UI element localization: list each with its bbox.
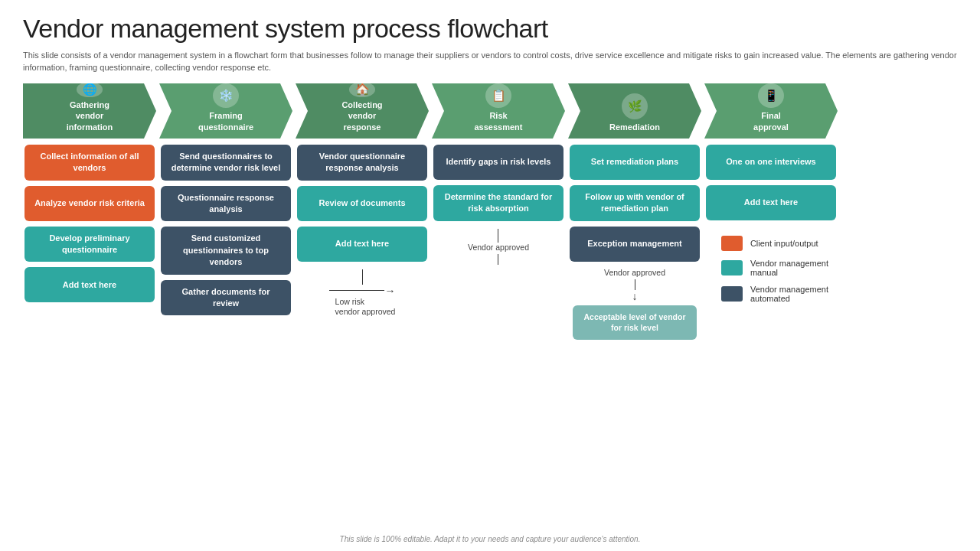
vendor-approved-rem-section: Vendor approved ↓ Acceptable level of ve…: [573, 268, 697, 340]
arrow-down-icon: ↓: [632, 290, 638, 302]
boxes-remediation: Set remediation plans Follow up with ven…: [570, 145, 700, 262]
legend-manual: Vendor managementmanual: [721, 259, 828, 277]
icon-final: 📱: [758, 83, 784, 108]
subtitle-text: This slide consists of a vendor manageme…: [23, 50, 957, 74]
legend: Client input/output Vendor managementman…: [721, 236, 828, 303]
box-send-quest: Send questionnaires to determine vendor …: [161, 145, 291, 181]
chevron-label-framing: Framingquestionnaire: [192, 110, 260, 132]
box-add-text-2: Add text here: [297, 227, 427, 262]
boxes-risk: Identify gaps in risk levels Determine t…: [433, 145, 564, 221]
arrow-right-icon: →: [384, 285, 395, 297]
chevron-collecting: 🏠 Collectingvendorresponse: [296, 83, 429, 139]
line-down-rem: [635, 279, 635, 290]
box-follow-up: Follow up with vendor of remediation pla…: [570, 185, 700, 221]
legend-box-manual: [721, 260, 743, 276]
column-framing: ❄️ Framingquestionnaire Send questionnai…: [159, 83, 292, 316]
box-set-remediation: Set remediation plans: [570, 145, 700, 180]
boxes-framing: Send questionnaires to determine vendor …: [161, 145, 291, 316]
box-send-custom: Send customized questionnaires to top ve…: [161, 227, 291, 274]
chevron-risk: 📋 Riskassessment: [432, 83, 565, 139]
box-quest-response: Questionnaire response analysis: [161, 186, 291, 222]
box-vendor-quest-analysis: Vendor questionnaire response analysis: [297, 145, 427, 181]
chevron-framing: ❄️ Framingquestionnaire: [159, 83, 292, 139]
legend-label-automated: Vendor managementautomated: [750, 285, 828, 303]
vendor-approved-risk-label: Vendor approved: [468, 243, 529, 253]
legend-box-client: [721, 236, 743, 251]
box-determine-standard: Determine the standard for risk absorpti…: [433, 185, 564, 221]
box-analyze-vendor: Analyze vendor risk criteria: [24, 186, 155, 221]
box-develop-prelim: Develop preliminary questionnaire: [24, 227, 155, 262]
chevron-label-risk: Riskassessment: [469, 110, 529, 132]
boxes-final: One on one interviews Add text here: [706, 145, 836, 220]
column-risk: 📋 Riskassessment Identify gaps in risk l…: [432, 83, 565, 265]
line-down-risk-2: [498, 254, 498, 265]
chevron-final: 📱 Finalapproval: [704, 83, 838, 139]
icon-remediation: 🌿: [622, 93, 648, 119]
box-add-text-1: Add text here: [24, 267, 155, 302]
box-add-text-3: Add text here: [706, 185, 836, 220]
box-exception: Exception management: [570, 227, 700, 262]
footer-text: This slide is 100% editable. Adapt it to…: [0, 535, 980, 543]
chevron-gathering: 🌐 Gatheringvendorinformation: [23, 83, 156, 139]
column-final: 📱 Finalapproval One on one interviews Ad…: [704, 83, 838, 303]
boxes-collecting: Vendor questionnaire response analysis R…: [297, 145, 427, 262]
icon-collecting: 🏠: [349, 82, 375, 97]
box-one-on-one: One on one interviews: [706, 145, 836, 180]
box-gather-docs: Gather documents for review: [161, 280, 291, 316]
chevron-label-gathering: Gatheringvendorinformation: [60, 99, 119, 132]
icon-framing: ❄️: [213, 83, 239, 108]
low-risk-section: → Low riskvendor approved: [329, 269, 396, 318]
line-low-risk: [329, 290, 385, 291]
legend-label-manual: Vendor managementmanual: [750, 259, 828, 277]
chevron-label-final: Finalapproval: [747, 110, 795, 132]
arrow-low-risk: →: [329, 285, 396, 297]
column-collecting: 🏠 Collectingvendorresponse Vendor questi…: [296, 83, 429, 318]
slide: Vendor management system process flowcha…: [0, 0, 980, 551]
chevron-label-collecting: Collectingvendorresponse: [335, 99, 388, 132]
line-down-collecting: [362, 269, 363, 285]
chevron-remediation: 🌿 Remediation: [568, 83, 701, 139]
column-remediation: 🌿 Remediation Set remediation plans Foll…: [568, 83, 701, 340]
boxes-gathering: Collect information of all vendors Analy…: [24, 145, 155, 303]
vendor-approved-rem-label: Vendor approved: [604, 268, 665, 279]
legend-label-client: Client input/output: [750, 239, 818, 248]
box-acceptable-level: Acceptable level of vendor for risk leve…: [573, 305, 697, 339]
icon-gathering: 🌐: [77, 82, 103, 97]
arrow-acceptable: ↓: [573, 290, 697, 302]
icon-risk: 📋: [485, 83, 511, 108]
low-risk-label: Low riskvendor approved: [329, 297, 396, 318]
legend-client: Client input/output: [721, 236, 828, 251]
box-identify-gaps: Identify gaps in risk levels: [433, 145, 564, 180]
line-vendor-approved-risk: [498, 229, 498, 243]
box-review-docs: Review of documents: [297, 186, 427, 221]
box-collect-info: Collect information of all vendors: [24, 145, 155, 181]
vendor-approved-risk-section: Vendor approved: [468, 229, 529, 266]
page-title: Vendor management system process flowcha…: [23, 14, 957, 44]
legend-automated: Vendor managementautomated: [721, 285, 828, 303]
chevron-label-remediation: Remediation: [603, 122, 666, 132]
legend-box-automated: [721, 286, 743, 302]
column-gathering: 🌐 Gatheringvendorinformation Collect inf…: [23, 83, 156, 303]
